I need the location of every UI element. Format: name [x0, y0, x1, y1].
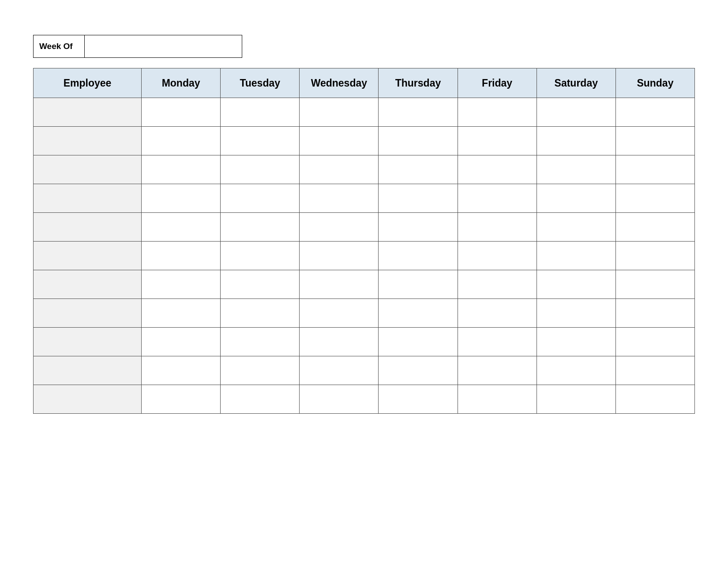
table-row — [34, 242, 695, 270]
schedule-cell[interactable] — [615, 328, 694, 356]
schedule-cell[interactable] — [537, 328, 615, 356]
schedule-cell[interactable] — [142, 356, 221, 385]
schedule-cell[interactable] — [379, 328, 458, 356]
schedule-cell[interactable] — [615, 155, 694, 184]
schedule-cell[interactable] — [300, 299, 379, 328]
schedule-cell[interactable] — [142, 98, 221, 127]
schedule-cell[interactable] — [221, 270, 300, 299]
schedule-cell[interactable] — [300, 356, 379, 385]
schedule-cell[interactable] — [142, 155, 221, 184]
schedule-cell[interactable] — [221, 184, 300, 213]
schedule-cell[interactable] — [142, 184, 221, 213]
schedule-cell[interactable] — [458, 356, 537, 385]
schedule-cell[interactable] — [142, 328, 221, 356]
employee-cell[interactable] — [34, 299, 142, 328]
table-row — [34, 299, 695, 328]
schedule-cell[interactable] — [458, 213, 537, 242]
schedule-cell[interactable] — [379, 155, 458, 184]
schedule-cell[interactable] — [458, 328, 537, 356]
schedule-cell[interactable] — [142, 385, 221, 414]
schedule-cell[interactable] — [458, 385, 537, 414]
employee-cell[interactable] — [34, 213, 142, 242]
schedule-cell[interactable] — [537, 270, 615, 299]
schedule-cell[interactable] — [615, 98, 694, 127]
schedule-cell[interactable] — [300, 213, 379, 242]
schedule-cell[interactable] — [379, 127, 458, 155]
schedule-cell[interactable] — [221, 155, 300, 184]
schedule-cell[interactable] — [615, 127, 694, 155]
schedule-cell[interactable] — [537, 242, 615, 270]
schedule-cell[interactable] — [537, 127, 615, 155]
schedule-cell[interactable] — [615, 213, 694, 242]
schedule-cell[interactable] — [458, 155, 537, 184]
schedule-cell[interactable] — [379, 98, 458, 127]
schedule-cell[interactable] — [142, 127, 221, 155]
schedule-table: Employee Monday Tuesday Wednesday Thursd… — [33, 68, 695, 414]
schedule-cell[interactable] — [615, 299, 694, 328]
schedule-cell[interactable] — [142, 213, 221, 242]
schedule-cell[interactable] — [537, 299, 615, 328]
schedule-cell[interactable] — [615, 242, 694, 270]
week-of-input[interactable] — [84, 35, 242, 58]
schedule-cell[interactable] — [300, 98, 379, 127]
employee-cell[interactable] — [34, 385, 142, 414]
schedule-cell[interactable] — [379, 356, 458, 385]
employee-cell[interactable] — [34, 328, 142, 356]
employee-cell[interactable] — [34, 127, 142, 155]
table-body — [34, 98, 695, 414]
schedule-cell[interactable] — [221, 213, 300, 242]
table-row — [34, 213, 695, 242]
header-sunday: Sunday — [615, 68, 694, 98]
schedule-cell[interactable] — [300, 385, 379, 414]
schedule-cell[interactable] — [221, 98, 300, 127]
header-thursday: Thursday — [379, 68, 458, 98]
schedule-cell[interactable] — [615, 356, 694, 385]
schedule-cell[interactable] — [221, 328, 300, 356]
schedule-cell[interactable] — [221, 385, 300, 414]
employee-cell[interactable] — [34, 155, 142, 184]
schedule-cell[interactable] — [221, 127, 300, 155]
schedule-cell[interactable] — [300, 127, 379, 155]
schedule-cell[interactable] — [537, 98, 615, 127]
schedule-cell[interactable] — [458, 98, 537, 127]
schedule-cell[interactable] — [300, 328, 379, 356]
schedule-cell[interactable] — [537, 356, 615, 385]
header-tuesday: Tuesday — [221, 68, 300, 98]
schedule-cell[interactable] — [458, 184, 537, 213]
schedule-cell[interactable] — [379, 385, 458, 414]
table-row — [34, 184, 695, 213]
schedule-cell[interactable] — [221, 242, 300, 270]
header-wednesday: Wednesday — [300, 68, 379, 98]
schedule-cell[interactable] — [458, 242, 537, 270]
schedule-cell[interactable] — [537, 155, 615, 184]
employee-cell[interactable] — [34, 270, 142, 299]
schedule-cell[interactable] — [379, 299, 458, 328]
employee-cell[interactable] — [34, 242, 142, 270]
schedule-cell[interactable] — [142, 299, 221, 328]
schedule-cell[interactable] — [300, 242, 379, 270]
schedule-cell[interactable] — [142, 242, 221, 270]
schedule-cell[interactable] — [615, 270, 694, 299]
schedule-cell[interactable] — [221, 299, 300, 328]
schedule-cell[interactable] — [379, 184, 458, 213]
schedule-cell[interactable] — [458, 127, 537, 155]
schedule-cell[interactable] — [615, 184, 694, 213]
schedule-cell[interactable] — [379, 213, 458, 242]
header-friday: Friday — [458, 68, 537, 98]
schedule-cell[interactable] — [300, 155, 379, 184]
employee-cell[interactable] — [34, 98, 142, 127]
schedule-cell[interactable] — [537, 184, 615, 213]
employee-cell[interactable] — [34, 184, 142, 213]
employee-cell[interactable] — [34, 356, 142, 385]
schedule-cell[interactable] — [379, 242, 458, 270]
schedule-cell[interactable] — [300, 184, 379, 213]
schedule-cell[interactable] — [142, 270, 221, 299]
schedule-cell[interactable] — [537, 213, 615, 242]
schedule-cell[interactable] — [537, 385, 615, 414]
schedule-cell[interactable] — [221, 356, 300, 385]
schedule-cell[interactable] — [615, 385, 694, 414]
schedule-cell[interactable] — [379, 270, 458, 299]
schedule-cell[interactable] — [458, 270, 537, 299]
schedule-cell[interactable] — [458, 299, 537, 328]
schedule-cell[interactable] — [300, 270, 379, 299]
